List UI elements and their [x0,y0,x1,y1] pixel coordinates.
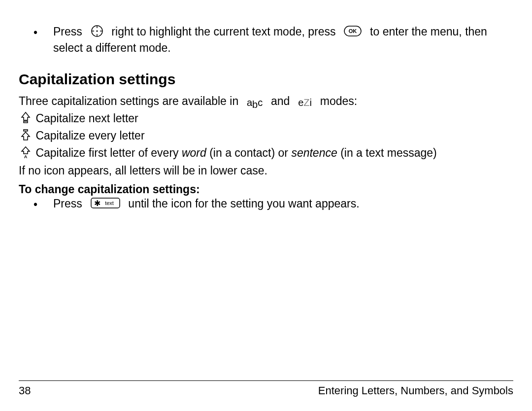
ezi-mode-icon: eZi [298,95,312,109]
cap3-b: (in a contact) or [209,146,288,159]
para1-a: Three capitalization settings are availa… [19,95,238,107]
cap-first-word-icon: A [21,146,31,162]
press-label: Press [53,25,82,38]
page-content: • Press right to highlight the current t… [0,0,532,411]
cap-option-2: Capitalize every letter [19,129,513,144]
modes-paragraph: Three capitalization settings are availa… [19,94,513,109]
cap2-label: Capitalize every letter [35,129,144,142]
abc-a: a [247,97,252,108]
cap3-sentence: sentence [291,146,337,159]
cap-every-letter-icon [21,129,31,144]
step-text: Press ✱ text until the icon for the sett… [53,197,513,211]
star-text-key-icon: ✱ text [91,198,120,212]
cap3-c: (in a text message) [340,146,437,159]
svg-text:OK: OK [349,28,357,34]
abc-b: b [252,99,258,110]
svg-rect-9 [24,130,28,131]
ezi-z: Z [303,97,309,108]
ok-key-icon: OK [344,26,362,40]
cap-next-letter-icon [21,111,31,127]
page-number: 38 [19,384,31,398]
svg-text:✱: ✱ [94,199,100,207]
chapter-title: Entering Letters, Numbers, and Symbols [318,384,513,398]
abc-mode-icon: abc [247,95,263,109]
step-press: Press [53,197,82,210]
step-bullet: • Press ✱ text until the icon for the se… [33,197,513,212]
section-heading: Capitalization settings [19,70,513,89]
svg-text:text: text [105,200,114,206]
svg-text:A: A [24,154,28,158]
ezi-i: i [310,97,312,108]
intro-after-nav: right to highlight the current text mode… [111,25,335,38]
intro-text: Press right to highlight the current tex… [53,25,513,55]
intro-bullet: • Press right to highlight the current t… [33,25,513,55]
cap1-label: Capitalize next letter [35,112,138,125]
abc-c: c [258,97,263,108]
para1-c: modes: [320,95,357,107]
no-icon-note: If no icon appears, all letters will be … [19,164,513,178]
step-after: until the icon for the setting you want … [128,197,359,210]
svg-rect-8 [24,121,28,123]
svg-point-1 [96,30,98,32]
cap-option-3: A Capitalize first letter of every word … [19,146,513,161]
cap3-a: Capitalize first letter of every [35,146,178,159]
bullet-dot-icon: • [33,25,53,40]
cap3-word: word [182,146,206,159]
change-cap-subheading: To change capitalization settings: [19,182,513,197]
cap-option-1: Capitalize next letter [19,111,513,127]
para1-b: and [271,95,290,107]
step-bullet-dot-icon: • [33,197,53,212]
nav-circle-icon [91,25,103,41]
page-footer: 38 Entering Letters, Numbers, and Symbol… [19,380,513,398]
ezi-e: e [298,97,303,108]
